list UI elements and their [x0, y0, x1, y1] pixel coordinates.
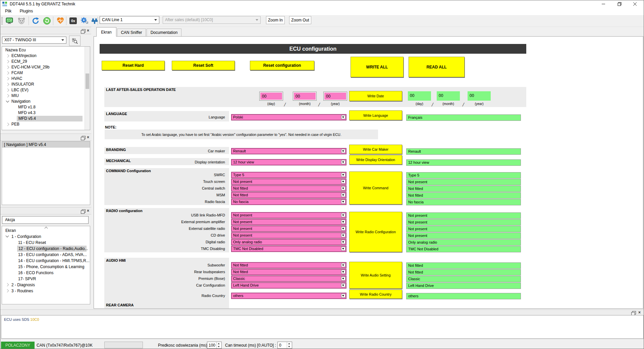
chevron-right-icon[interactable] [6, 289, 9, 293]
config-dropdown[interactable]: Renault [231, 148, 346, 154]
chevron-right-icon[interactable] [6, 60, 9, 63]
ecu-tree-item[interactable]: MFD v4.3 [2, 110, 90, 116]
menu-plik[interactable]: Plik [2, 8, 15, 15]
chevron-right-icon[interactable] [6, 66, 9, 69]
dock-close-icon[interactable]: × [87, 136, 89, 139]
tab-can-sniffer[interactable]: CAN Sniffer [117, 29, 146, 37]
close-button[interactable] [628, 0, 642, 8]
config-dropdown[interactable]: Not fitted [231, 262, 346, 268]
chevron-down-icon[interactable] [6, 234, 9, 238]
chevron-right-icon[interactable] [6, 89, 9, 92]
action-tree-item[interactable]: 13 - ECU configuration - ADAS, HVA... [2, 252, 90, 258]
dock-float-icon[interactable] [82, 136, 86, 139]
action-tree-item[interactable]: 11 - ECU Reset [2, 240, 90, 246]
spinner-arrows[interactable] [216, 342, 221, 348]
dock-float-icon[interactable] [82, 29, 86, 33]
ecu-tree-item[interactable]: MFD v1.8 [2, 104, 90, 110]
chevron-down-icon[interactable] [341, 193, 345, 197]
restore-button[interactable] [613, 0, 626, 8]
read-all-button[interactable]: READ ALL [409, 57, 465, 77]
config-dropdown[interactable]: others [231, 293, 346, 299]
config-dropdown[interactable]: No fascia [231, 199, 346, 205]
chevron-down-icon[interactable] [341, 180, 345, 184]
robot-icon[interactable] [17, 16, 26, 25]
can-line-select[interactable]: CAN Line 1 [100, 16, 159, 24]
ecu-tree-item[interactable]: INSULATOR [2, 82, 90, 87]
write-date-button[interactable]: Write Date [349, 91, 402, 101]
scrollbar-thumb[interactable] [86, 73, 89, 89]
chevron-right-icon[interactable] [6, 54, 9, 58]
zoom-out-button[interactable]: Zoom Out [289, 16, 311, 24]
config-write-button[interactable]: Write Display Orientation [349, 155, 402, 164]
chevron-down-icon[interactable] [341, 115, 345, 119]
dock-close-icon[interactable]: × [87, 209, 89, 212]
chevron-down-icon[interactable] [341, 263, 345, 267]
dock-float-icon[interactable] [632, 311, 636, 314]
chevron-down-icon[interactable] [341, 186, 345, 190]
ecu-tree-scrollbar[interactable] [85, 47, 90, 130]
config-dropdown[interactable]: TMC Not Disabled [231, 246, 346, 252]
chevron-down-icon[interactable] [341, 227, 345, 231]
date-write-input[interactable]: 00 [259, 92, 283, 101]
action-tree-item[interactable]: 17- SPVR [2, 276, 90, 282]
dock-close-icon[interactable]: × [87, 29, 89, 32]
ecu-tree-item[interactable]: PEB [2, 121, 90, 127]
chevron-down-icon[interactable] [341, 283, 345, 287]
config-dropdown[interactable]: Not present [231, 179, 346, 185]
action-tree-item[interactable]: 16 - ECO Functions [2, 270, 90, 276]
action-filter-input[interactable]: Akcja [2, 216, 89, 224]
chevron-right-icon[interactable] [6, 283, 9, 287]
tab-documentation[interactable]: Documentation [147, 29, 181, 37]
dock-float-icon[interactable] [82, 209, 86, 213]
chevron-right-icon[interactable] [6, 71, 9, 75]
action-tree-item[interactable]: 2 - Diagnosis [2, 282, 90, 288]
spinner-arrows[interactable] [287, 342, 292, 348]
action-tree-item[interactable]: 12 - ECU configuration - Radio,Audio... [2, 246, 90, 252]
action-tree-item[interactable]: Ekran [2, 228, 90, 234]
toolbar-grip[interactable] [1, 17, 3, 25]
config-dropdown[interactable]: Only analog radio [231, 239, 346, 245]
config-dropdown[interactable]: Not fitted [231, 185, 346, 192]
action-tree-item[interactable]: 14 - ECU configuration - HMI.TPMS,R... [2, 258, 90, 264]
config-dropdown[interactable]: Type 5 [231, 172, 346, 178]
action-tree-item[interactable]: 3 - Routines [2, 288, 90, 294]
vehicle-select[interactable]: X07 - TWINGO III [2, 37, 66, 44]
config-write-button[interactable]: Write Command [349, 171, 402, 204]
chevron-down-icon[interactable] [341, 240, 345, 244]
chevron-down-icon[interactable] [341, 200, 345, 204]
chevron-down-icon[interactable] [341, 270, 345, 274]
date-write-input[interactable]: 00 [293, 92, 317, 101]
reset-soft-button[interactable]: Reset Soft [172, 61, 235, 70]
chevron-down-icon[interactable] [341, 233, 345, 237]
reset-configuration-button[interactable]: Reset configuration [250, 61, 314, 70]
hex-icon[interactable]: 0x [69, 16, 77, 25]
chevron-right-icon[interactable] [6, 123, 9, 126]
zoom-in-button[interactable]: Zoom In [266, 16, 285, 24]
date-write-input[interactable]: 00 [323, 92, 347, 101]
chevron-right-icon[interactable] [6, 83, 9, 86]
config-write-button[interactable]: Write Language [349, 110, 402, 120]
chevron-down-icon[interactable] [6, 99, 9, 103]
config-write-button[interactable]: Write Car Maker [349, 145, 402, 154]
chevron-right-icon[interactable] [6, 77, 9, 81]
chevron-down-icon[interactable] [341, 294, 345, 298]
ecu-tree-item[interactable]: MFD v5.4 [2, 116, 90, 121]
dock-close-icon[interactable]: × [638, 311, 641, 314]
chevron-down-icon[interactable] [341, 149, 345, 153]
config-dropdown[interactable]: Not fitted [231, 192, 346, 198]
menu-plugins[interactable]: Plugins [16, 8, 36, 15]
ecu-tree-item[interactable]: Navigation [2, 99, 90, 104]
heartbeat-icon[interactable] [56, 16, 65, 25]
config-dropdown[interactable]: Polski [231, 114, 346, 120]
chevron-down-icon[interactable] [341, 173, 345, 177]
chevron-down-icon[interactable] [341, 277, 345, 281]
write-all-button[interactable]: WRITE ALL [351, 57, 404, 77]
ecu-tree-item[interactable]: EVC-HCM-VCM_29b [2, 64, 90, 70]
config-write-button[interactable]: Write Audio Setting [349, 262, 402, 289]
ecu-tree-item[interactable]: FCAM [2, 70, 90, 76]
chevron-down-icon[interactable] [341, 213, 345, 217]
chevron-down-icon[interactable] [341, 160, 345, 164]
ecu-tree-item[interactable]: ECM_29 [2, 59, 90, 64]
refresh-blue-icon[interactable] [31, 16, 40, 25]
refresh-rate-spinner[interactable]: 100 [207, 342, 222, 349]
